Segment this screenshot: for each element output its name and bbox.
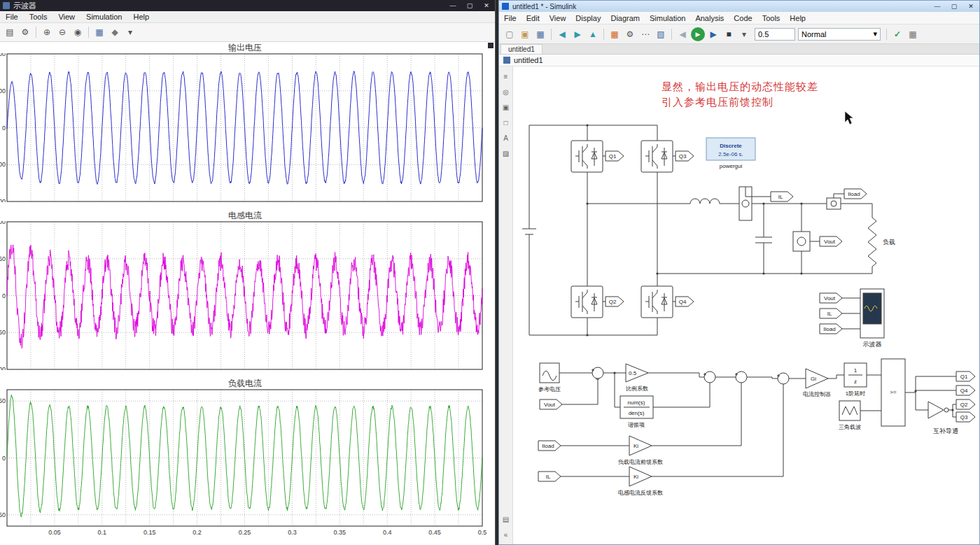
from-tag-iload-ctrl[interactable]: Iload xyxy=(538,441,561,451)
current-controller-gain-block[interactable]: Gi xyxy=(806,369,828,388)
dashes-icon[interactable]: ⋯ xyxy=(638,27,652,41)
save-axes-icon[interactable]: ▦ xyxy=(92,25,106,39)
menu-display[interactable]: Display xyxy=(570,14,606,22)
stop-icon[interactable]: ■ xyxy=(722,27,736,41)
comparator-block[interactable]: >= xyxy=(881,359,905,426)
goto-tag-q1-out[interactable]: Q1 xyxy=(956,371,975,381)
capacitor-block[interactable] xyxy=(755,204,772,274)
goto-tag-q2-out[interactable]: Q2 xyxy=(956,399,975,409)
zoom-out-icon[interactable]: ⊖ xyxy=(55,25,69,39)
autoscale-icon[interactable]: ◉ xyxy=(71,25,85,39)
resonant-transfer-fcn-block[interactable]: num(s) den(s) xyxy=(620,396,653,418)
dropdown-icon[interactable]: ▾ xyxy=(123,25,137,39)
from-tag-il[interactable]: IL xyxy=(820,309,842,318)
menu-view[interactable]: View xyxy=(52,13,80,21)
goto-tag-il[interactable]: IL xyxy=(771,192,793,201)
igbt-q2-block[interactable] xyxy=(571,286,603,318)
igbt-q4-block[interactable] xyxy=(641,286,673,318)
maximize-button[interactable]: ▢ xyxy=(461,0,478,11)
sum2-block[interactable] xyxy=(704,371,715,383)
zoom-icon[interactable]: ◎ xyxy=(500,86,512,97)
proportional-gain-block[interactable]: 0.5 xyxy=(626,364,648,382)
goto-tag-q4-out[interactable]: Q4 xyxy=(956,385,975,395)
step-back-icon[interactable]: ◀ xyxy=(676,27,690,41)
minimize-button[interactable]: — xyxy=(929,1,946,12)
save-icon[interactable]: ▦ xyxy=(533,27,547,41)
maximize-button[interactable]: ▢ xyxy=(946,1,962,12)
image-icon[interactable]: ▨ xyxy=(500,148,512,159)
tab-untitled1[interactable]: untitled1 xyxy=(500,44,542,54)
sum3-block[interactable] xyxy=(735,371,747,383)
not-gate-block[interactable] xyxy=(928,402,948,418)
menu-simulation[interactable]: Simulation xyxy=(80,13,127,21)
sim-time-input[interactable] xyxy=(755,28,795,41)
run-icon[interactable]: ▶ xyxy=(691,27,705,41)
inductor-block[interactable] xyxy=(690,199,720,204)
new-model-icon[interactable]: ▢ xyxy=(503,27,517,41)
scope-titlebar[interactable]: 示波器 — ▢ ✕ xyxy=(0,0,495,11)
igbt-q3-block[interactable] xyxy=(641,141,673,172)
goto-tag-vout[interactable]: Vout xyxy=(820,236,842,246)
igbt-q1-block[interactable] xyxy=(571,141,603,172)
goto-tag-iload[interactable]: Iload xyxy=(834,189,867,199)
menu-help[interactable]: Help xyxy=(785,14,811,22)
menu-view[interactable]: View xyxy=(545,14,571,22)
menu-code[interactable]: Code xyxy=(729,14,757,22)
model-settings-icon[interactable]: ⚙ xyxy=(623,27,637,41)
voltage-measure-block[interactable] xyxy=(793,204,810,274)
chart-inductor-current[interactable]: 100500-50-100 xyxy=(0,221,490,370)
close-button[interactable]: ✕ xyxy=(478,0,495,11)
from-tag-il-ctrl[interactable]: IL xyxy=(538,472,561,481)
menu-file[interactable]: File xyxy=(499,14,522,22)
fit-view-icon[interactable]: ▣ xyxy=(500,101,512,113)
sum1-block[interactable] xyxy=(592,367,603,379)
parameters-icon[interactable]: ⚙ xyxy=(18,25,32,39)
gate-tag-q1[interactable]: Q1 xyxy=(603,151,624,161)
print-icon[interactable]: ▤ xyxy=(3,25,17,39)
gate-tag-q2[interactable]: Q2 xyxy=(603,297,624,306)
from-tag-iload[interactable]: Iload xyxy=(820,324,842,334)
layout-icon[interactable]: ▦ xyxy=(906,27,920,41)
model-data-icon[interactable]: ▤ xyxy=(500,514,512,525)
menu-edit[interactable]: Edit xyxy=(522,14,545,22)
load-resistor-block[interactable] xyxy=(868,204,876,274)
gate-tag-q3[interactable]: Q3 xyxy=(673,151,694,161)
dc-source-block[interactable] xyxy=(522,125,536,335)
reference-voltage-source[interactable] xyxy=(540,363,559,383)
scope-block[interactable] xyxy=(860,289,884,338)
close-button[interactable]: ✕ xyxy=(962,1,979,12)
forward-icon[interactable]: ▶ xyxy=(570,27,584,41)
collapse-icon[interactable]: « xyxy=(500,529,512,540)
open-icon[interactable]: ▣ xyxy=(518,27,532,41)
triangle-carrier-source[interactable] xyxy=(839,401,860,420)
powergui-block[interactable]: Discrete 2.5e-06 s. xyxy=(706,138,755,160)
update-diagram-icon[interactable]: ✓ xyxy=(890,27,904,41)
menu-help[interactable]: Help xyxy=(127,13,155,21)
menu-analysis[interactable]: Analysis xyxy=(690,14,729,22)
annotation-icon[interactable]: A xyxy=(500,132,512,143)
lock-icon[interactable]: □ xyxy=(500,117,512,128)
sim-dropdown-icon[interactable]: ▾ xyxy=(737,27,751,41)
sim-mode-select[interactable]: Normal ▾ xyxy=(798,28,881,41)
menu-simulation[interactable]: Simulation xyxy=(645,14,690,22)
unit-delay-block[interactable]: 1 z xyxy=(844,363,867,387)
from-tag-vout-ctrl[interactable]: Vout xyxy=(540,399,562,409)
chart-load-current[interactable]: 500-50 xyxy=(0,389,490,527)
hide-browser-icon[interactable]: ≡ xyxy=(500,71,512,82)
menu-tools[interactable]: Tools xyxy=(757,14,785,22)
menu-tools[interactable]: Tools xyxy=(24,13,53,21)
chart-output-voltage[interactable]: 4002000-200-400 xyxy=(0,53,490,202)
up-icon[interactable]: ▲ xyxy=(586,27,600,41)
goto-tag-q3-out[interactable]: Q3 xyxy=(956,412,975,422)
load-current-measure-block[interactable] xyxy=(827,198,841,209)
model-canvas[interactable]: 显然，输出电压的动态性能较差 引入参考电压前馈控制 xyxy=(513,66,979,544)
step-forward-icon[interactable]: ▶ xyxy=(706,27,720,41)
minimize-button[interactable]: — xyxy=(444,0,461,11)
zoom-in-icon[interactable]: ⊕ xyxy=(40,25,54,39)
breadcrumb-model-name[interactable]: untitled1 xyxy=(514,56,543,64)
simulink-titlebar[interactable]: untitled1 * - Simulink — ▢ ✕ xyxy=(499,1,979,12)
sum4-block[interactable] xyxy=(777,373,789,384)
style-icon[interactable]: ◆ xyxy=(108,25,122,39)
load-current-ff-gain-block[interactable]: Ki xyxy=(629,436,652,455)
inductor-current-fb-gain-block[interactable]: Ki xyxy=(629,467,652,486)
